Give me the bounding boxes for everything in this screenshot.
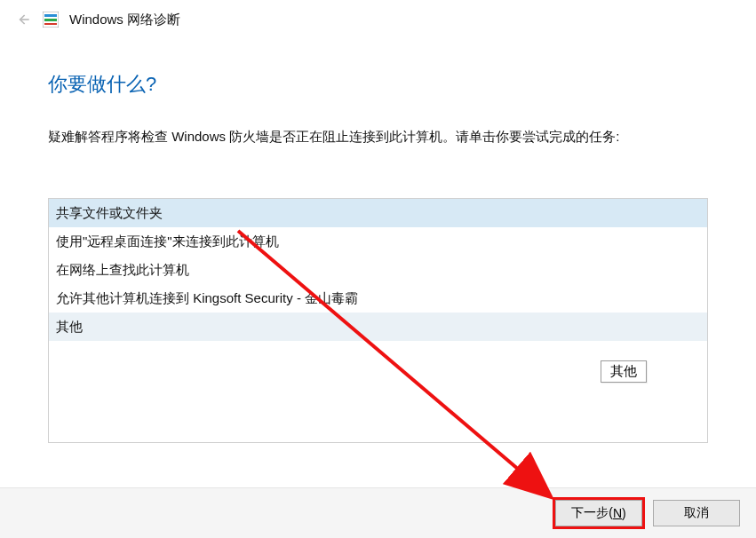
option-other[interactable]: 其他 (49, 313, 707, 341)
options-listbox[interactable]: 共享文件或文件夹 使用"远程桌面连接"来连接到此计算机 在网络上查找此计算机 允… (48, 198, 708, 443)
cancel-button[interactable]: 取消 (653, 500, 740, 526)
page-heading: 你要做什么? (48, 71, 708, 98)
svg-rect-3 (44, 23, 57, 25)
wizard-header: Windows 网络诊断 (0, 0, 756, 36)
option-remote-desktop[interactable]: 使用"远程桌面连接"来连接到此计算机 (49, 227, 707, 256)
tooltip: 其他 (601, 360, 647, 383)
next-button[interactable]: 下一步(N) (555, 500, 642, 526)
next-label-prefix: 下一步( (571, 505, 613, 521)
app-icon (43, 12, 59, 28)
option-find-computer[interactable]: 在网络上查找此计算机 (49, 256, 707, 284)
window-title: Windows 网络诊断 (69, 12, 180, 28)
next-label-suffix: ) (622, 506, 626, 520)
next-label-key: N (613, 506, 622, 520)
svg-rect-1 (44, 14, 57, 17)
back-arrow-icon (12, 9, 34, 30)
option-allow-kingsoft[interactable]: 允许其他计算机连接到 Kingsoft Security - 金山毒霸 (49, 284, 707, 313)
option-share-files[interactable]: 共享文件或文件夹 (49, 199, 707, 227)
svg-rect-2 (44, 19, 57, 21)
page-description: 疑难解答程序将检查 Windows 防火墙是否正在阻止连接到此计算机。请单击你要… (48, 124, 708, 148)
wizard-footer: 下一步(N) 取消 (0, 488, 756, 538)
